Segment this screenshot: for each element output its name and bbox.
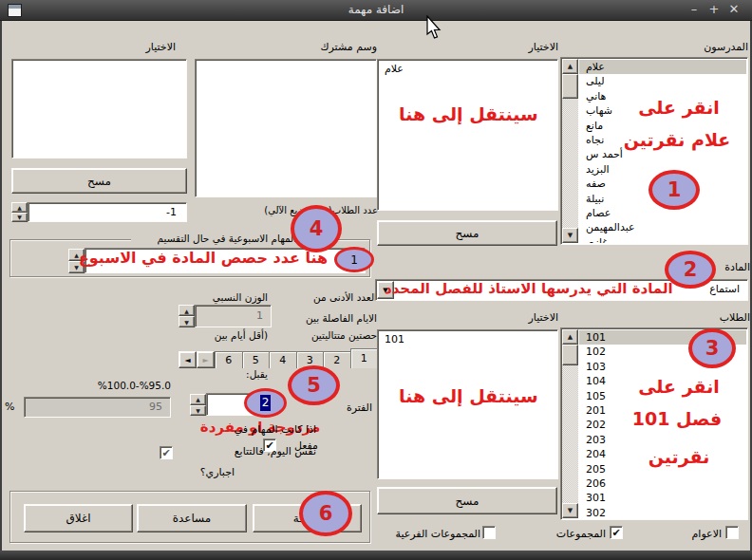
teachers-list-items: علامليلىهانيشهابمانعنجاهأحمد سالبزيدصفهن… bbox=[579, 60, 746, 243]
scroll-up-icon[interactable]: ▲ bbox=[562, 59, 578, 74]
weight-label-1: الوزن النسبي bbox=[180, 291, 268, 303]
step-circle-5: 5 bbox=[288, 365, 340, 405]
scrollbar-thumb[interactable] bbox=[562, 74, 578, 99]
weight-label-3: (أقل أيام بين bbox=[180, 329, 268, 341]
teacher-list-item[interactable]: عبدالمهيمن bbox=[579, 220, 746, 234]
weight-label-5: يقبل: bbox=[190, 368, 268, 380]
step-circle-6: 6 bbox=[299, 491, 352, 536]
period-value-highlight: 2 bbox=[244, 388, 287, 418]
min-days-label-2: الايام الفاصلة بين bbox=[280, 312, 377, 324]
weekly-tasks-group-label: عدد المهام الاسبوعية في حال التقسيم bbox=[131, 233, 318, 244]
step-circle-2: 2 bbox=[665, 251, 716, 289]
annotation-click-on-class: انقر على bbox=[622, 376, 736, 397]
clear-tag-selection-button[interactable]: مسح bbox=[11, 168, 187, 194]
split-tab[interactable]: 6 bbox=[215, 351, 243, 368]
years-checkbox-label: الاعوام bbox=[686, 528, 722, 540]
students-label: الطلاب bbox=[710, 311, 750, 324]
split-tab-bar[interactable]: 654321 bbox=[215, 351, 377, 368]
groups-checkbox[interactable]: ✔ bbox=[610, 526, 623, 539]
spin-up-icon[interactable]: ▲ bbox=[11, 202, 28, 213]
check-icon: ✔ bbox=[161, 447, 170, 459]
teacher-selection-listbox[interactable]: علام bbox=[377, 59, 558, 211]
selection-label-teachers: الاختيار bbox=[482, 41, 558, 53]
scrollbar-thumb[interactable] bbox=[562, 345, 578, 365]
split-tab[interactable]: 4 bbox=[269, 351, 297, 368]
teachers-label: المدرسون bbox=[703, 41, 748, 53]
min-days-spinner[interactable]: ▲ ▼ bbox=[179, 305, 195, 327]
weekly-value-highlight: 1 bbox=[334, 247, 374, 272]
student-list-item[interactable]: 302 bbox=[579, 506, 746, 518]
title-bar[interactable]: اضافة مهمة – + ✕ bbox=[0, 0, 752, 21]
clear-teacher-selection-button[interactable]: مسح bbox=[377, 220, 557, 246]
teacher-list-item[interactable]: غازي bbox=[579, 235, 746, 243]
annotation-moves-here-teacher: سينتقل إلى هنا bbox=[399, 103, 532, 124]
spin-down-icon[interactable]: ▼ bbox=[11, 213, 28, 223]
scrollbar-track[interactable] bbox=[562, 99, 578, 228]
shared-tag-listbox[interactable] bbox=[195, 59, 377, 197]
split-tab[interactable]: 5 bbox=[242, 351, 271, 368]
percent-sign-label: % bbox=[5, 401, 20, 413]
scroll-up-icon[interactable]: ▲ bbox=[562, 329, 578, 345]
teacher-list-item[interactable]: ليلى bbox=[579, 74, 746, 88]
teacher-list-item[interactable]: علام bbox=[579, 60, 746, 74]
same-day-label-1: اذا كانت المهام في bbox=[161, 423, 316, 436]
spin-down-icon[interactable]: ▼ bbox=[179, 316, 195, 327]
annotation-weekly-note: هنا عدد حصص المادة في الاسبوع bbox=[76, 249, 330, 267]
student-list-item[interactable]: 301 bbox=[579, 491, 746, 505]
window-bottom-border bbox=[0, 551, 752, 560]
period-selected-value: 2 bbox=[260, 395, 272, 411]
dialog-window: اضافة مهمة – + ✕ المدرسون ▲ ▼ علامليلىها… bbox=[0, 0, 752, 560]
same-day-checkbox[interactable]: ✔ bbox=[160, 446, 173, 459]
step-circle-3: 3 bbox=[688, 328, 736, 368]
teachers-scrollbar[interactable]: ▲ ▼ bbox=[562, 59, 578, 243]
annotation-moves-here-class: سينتقل إلى هنا bbox=[399, 385, 532, 406]
scroll-down-icon[interactable]: ▼ bbox=[562, 228, 578, 243]
students-count-input[interactable]: -1 bbox=[28, 202, 187, 222]
tag-selection-listbox[interactable] bbox=[11, 59, 187, 159]
scroll-down-icon[interactable]: ▼ bbox=[562, 503, 578, 518]
annotation-twice: نقرتين bbox=[622, 446, 736, 467]
check-icon: ✔ bbox=[611, 527, 620, 539]
spin-down-icon[interactable]: ▼ bbox=[190, 405, 206, 417]
help-button[interactable]: مساعدة bbox=[137, 504, 247, 532]
selected-teacher-item[interactable]: علام bbox=[378, 62, 557, 76]
tab-scroll-prev-icon[interactable]: ◄ bbox=[179, 351, 197, 368]
split-tab[interactable]: 2 bbox=[323, 351, 351, 368]
teacher-list-item[interactable]: عصام bbox=[579, 206, 746, 220]
spin-up-icon[interactable]: ▲ bbox=[179, 305, 195, 316]
same-day-label-3: اجباري؟ bbox=[178, 466, 235, 478]
split-tab[interactable]: 1 bbox=[350, 348, 379, 368]
teachers-listbox[interactable]: ▲ ▼ علامليلىهانيشهابمانعنجاهأحمد سالبزيد… bbox=[560, 57, 748, 245]
maximize-button[interactable]: + bbox=[705, 2, 723, 16]
student-list-item[interactable]: 206 bbox=[579, 476, 746, 491]
scrollbar-track[interactable] bbox=[562, 365, 578, 503]
selection-label-tags: الاختيار bbox=[100, 41, 176, 53]
selection-label-students: الاختيار bbox=[482, 311, 558, 324]
min-days-label-3: حصتين متتاليتين bbox=[280, 329, 377, 341]
close-button[interactable]: ✕ bbox=[725, 2, 743, 16]
clear-class-selection-button[interactable]: مسح bbox=[377, 487, 557, 514]
minimize-button[interactable]: – bbox=[686, 2, 703, 16]
min-days-input[interactable]: 1 bbox=[195, 305, 272, 327]
mouse-cursor-icon bbox=[424, 15, 443, 42]
period-label: الفترة bbox=[332, 401, 372, 414]
spin-up-icon[interactable]: ▲ bbox=[190, 394, 206, 405]
step-circle-1: 1 bbox=[649, 170, 700, 210]
shared-tag-label: وسم مشترك bbox=[285, 41, 377, 53]
tab-scroll-next-icon[interactable]: ► bbox=[197, 351, 215, 368]
weight-percent-field[interactable]: 95 bbox=[24, 397, 171, 418]
student-list-item[interactable]: 203 bbox=[579, 433, 746, 447]
students-count-spinner[interactable]: ▲ ▼ bbox=[11, 202, 28, 222]
years-checkbox[interactable] bbox=[725, 526, 739, 539]
selected-class-item[interactable]: 101 bbox=[378, 332, 557, 346]
annotation-click-on-teacher: انقر على bbox=[622, 97, 736, 118]
window-title: اضافة مهمة bbox=[0, 3, 752, 16]
annotation-teacher-twice: علام نقرتين bbox=[615, 129, 739, 150]
subgroups-checkbox[interactable] bbox=[482, 526, 496, 539]
period-spinner[interactable]: ▲ ▼ bbox=[190, 394, 206, 416]
close-dialog-button[interactable]: اغلاق bbox=[24, 504, 133, 532]
students-scrollbar[interactable]: ▲ ▼ bbox=[562, 329, 578, 518]
annotation-class-101: فصل 101 bbox=[615, 408, 739, 429]
subject-selected-value: استماع bbox=[709, 283, 740, 295]
accept-range-label: %100.0-%95.0 bbox=[76, 380, 171, 391]
